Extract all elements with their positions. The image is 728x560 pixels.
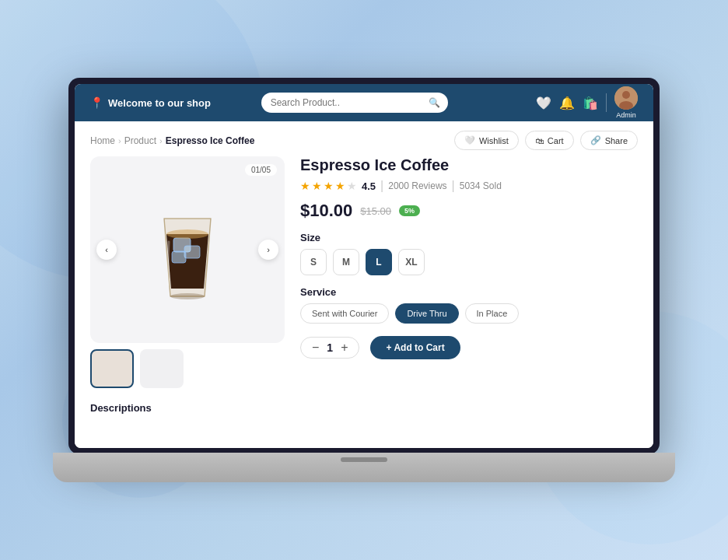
screen-content: 📍 Welcome to our shop 🔍 🤍 🔔 🛍️ — [75, 84, 653, 448]
page-content: Home › Product › Espresso Ice Coffee 🤍 W… — [75, 121, 653, 448]
quantity-control: − 1 + — [300, 337, 359, 359]
cart-button[interactable]: 🛍 Cart — [525, 131, 574, 150]
next-image-button[interactable]: › — [258, 240, 278, 260]
service-drive-thru[interactable]: Drive Thru — [395, 303, 458, 324]
qty-increase[interactable]: + — [341, 341, 348, 354]
top-bar: Home › Product › Espresso Ice Coffee 🤍 W… — [75, 121, 653, 156]
size-options: S M L XL — [300, 249, 638, 275]
service-courier[interactable]: Sent with Courier — [300, 303, 389, 324]
product-title: Espresso Ice Coffee — [300, 156, 638, 174]
stars: ★ ★ ★ ★ ★ — [300, 180, 357, 192]
svg-rect-5 — [172, 251, 186, 263]
navbar: 📍 Welcome to our shop 🔍 🤍 🔔 🛍️ — [75, 84, 653, 121]
thumbnail-row — [90, 349, 285, 388]
svg-point-7 — [170, 293, 205, 299]
avatar[interactable] — [614, 86, 638, 110]
svg-point-1 — [622, 91, 630, 99]
breadcrumb-current: Espresso Ice Coffee — [166, 135, 255, 146]
share-button[interactable]: 🔗 Share — [580, 131, 638, 150]
laptop-screen: 📍 Welcome to our shop 🔍 🤍 🔔 🛍️ — [68, 78, 660, 454]
location-icon: 📍 — [90, 96, 103, 109]
add-to-cart-button[interactable]: + Add to Cart — [370, 336, 460, 359]
avatar-label: Admin — [616, 111, 636, 119]
svg-point-6 — [166, 229, 208, 239]
star-2: ★ — [312, 180, 322, 192]
rating-sold: 5034 Sold — [460, 180, 502, 191]
rating-number: 4.5 — [362, 180, 376, 192]
rating-row: ★ ★ ★ ★ ★ 4.5 | 2000 Reviews | 5034 Sold — [300, 179, 638, 193]
cart-nav-icon[interactable]: 🛍️ — [583, 96, 598, 110]
size-l[interactable]: L — [366, 249, 392, 275]
star-5: ★ — [347, 180, 357, 192]
product-image-area: 01/05 ‹ — [90, 156, 285, 388]
svg-rect-4 — [184, 246, 200, 258]
share-label: Share — [605, 136, 628, 145]
breadcrumb-sep-2: › — [159, 136, 163, 145]
brand-label: Welcome to our shop — [108, 97, 211, 109]
wishlist-button[interactable]: 🤍 Wishlist — [454, 131, 519, 150]
prev-image-button[interactable]: ‹ — [96, 240, 117, 260]
price-original: $15.00 — [360, 205, 391, 217]
bag-icon: 🛍 — [535, 136, 544, 145]
product-details: Espresso Ice Coffee ★ ★ ★ ★ ★ 4.5 | — [300, 156, 638, 388]
wishlist-nav-icon[interactable]: 🤍 — [536, 96, 551, 110]
rating-sep-2: | — [452, 179, 455, 193]
search-input[interactable] — [261, 93, 448, 113]
cart-row: − 1 + + Add to Cart — [300, 336, 638, 359]
thumbnail-1[interactable] — [90, 349, 134, 388]
action-buttons: 🤍 Wishlist 🛍 Cart 🔗 Share — [454, 131, 638, 150]
main-image-box: 01/05 ‹ — [90, 156, 285, 343]
laptop-frame: 📍 Welcome to our shop 🔍 🤍 🔔 🛍️ — [68, 78, 660, 482]
breadcrumb-product[interactable]: Product — [124, 135, 156, 146]
sale-badge: 5% — [399, 205, 420, 216]
search-bar[interactable]: 🔍 — [261, 93, 448, 113]
star-3: ★ — [324, 180, 334, 192]
breadcrumb-sep-1: › — [118, 136, 121, 145]
qty-decrease[interactable]: − — [312, 341, 319, 354]
breadcrumb: Home › Product › Espresso Ice Coffee — [90, 135, 254, 146]
service-label: Service — [300, 286, 638, 298]
wishlist-label: Wishlist — [479, 136, 509, 145]
nav-divider — [606, 93, 607, 112]
product-image — [141, 187, 234, 312]
thumbnail-2[interactable] — [140, 349, 184, 388]
size-m[interactable]: M — [333, 249, 359, 275]
search-icon: 🔍 — [429, 97, 440, 108]
image-counter: 01/05 — [245, 164, 277, 176]
service-options: Sent with Courier Drive Thru In Place — [300, 303, 638, 324]
heart-icon: 🤍 — [464, 135, 475, 145]
star-1: ★ — [300, 180, 310, 192]
laptop-base — [53, 453, 675, 482]
breadcrumb-home[interactable]: Home — [90, 135, 115, 146]
nav-icons: 🤍 🔔 🛍️ Admin — [536, 86, 638, 119]
size-s[interactable]: S — [300, 249, 327, 275]
share-icon: 🔗 — [590, 135, 601, 145]
notification-icon[interactable]: 🔔 — [559, 96, 575, 110]
add-to-cart-label: + Add to Cart — [386, 342, 444, 353]
size-label: Size — [300, 232, 638, 243]
brand: 📍 Welcome to our shop — [90, 96, 211, 109]
star-4: ★ — [335, 180, 345, 192]
descriptions-label: Descriptions — [75, 396, 653, 414]
rating-sep-1: | — [380, 179, 383, 193]
price-main: $10.00 — [300, 201, 352, 221]
size-xl[interactable]: XL — [398, 249, 425, 275]
service-in-place[interactable]: In Place — [465, 303, 520, 324]
cart-label: Cart — [548, 136, 564, 145]
product-layout: 01/05 ‹ — [75, 156, 653, 396]
price-row: $10.00 $15.00 5% — [300, 201, 638, 221]
rating-reviews: 2000 Reviews — [388, 180, 446, 191]
qty-value: 1 — [327, 341, 333, 354]
